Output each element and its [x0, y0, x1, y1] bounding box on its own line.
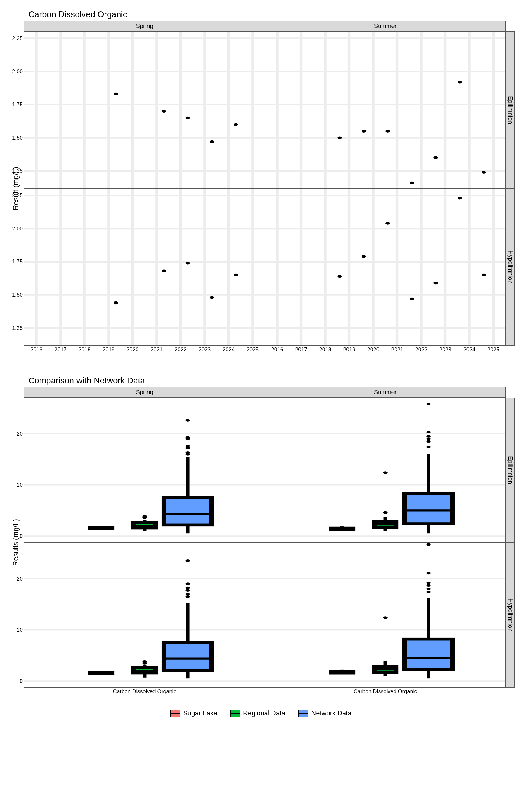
svg-point-90: [383, 511, 387, 514]
data-point: [385, 222, 390, 224]
scatter-panel: 2016201720182019202020212022202320242025: [265, 188, 506, 346]
col-strip: Spring: [24, 21, 265, 32]
svg-point-116: [185, 593, 190, 595]
boxplot-panel: [265, 398, 506, 543]
svg-point-70: [142, 515, 146, 517]
svg-point-139: [426, 543, 430, 546]
svg-point-137: [426, 582, 430, 584]
scatter-title: Carbon Dissolved Organic: [28, 10, 515, 19]
svg-point-95: [426, 446, 430, 448]
data-point: [234, 274, 238, 277]
data-point: [185, 117, 190, 119]
data-point: [209, 140, 214, 143]
legend-swatch: [299, 710, 308, 717]
row-strip: Hypolimnion: [506, 188, 515, 346]
legend-item: Regional Data: [230, 709, 285, 717]
legend-swatch: [230, 710, 240, 717]
data-point: [409, 298, 414, 300]
col-strip: Spring: [24, 387, 265, 398]
legend-swatch: [170, 710, 180, 717]
boxplot-panel: 01020: [24, 398, 265, 543]
svg-point-111: [142, 661, 146, 663]
data-point: [409, 182, 414, 184]
data-point: [114, 93, 118, 96]
svg-point-138: [426, 572, 430, 574]
svg-point-119: [185, 583, 190, 585]
svg-point-98: [426, 435, 430, 438]
legend-item: Network Data: [299, 709, 351, 717]
box: [405, 493, 452, 524]
svg-point-136: [426, 584, 430, 587]
svg-point-117: [185, 589, 190, 592]
svg-point-75: [185, 451, 190, 454]
row-strip: Epilimnion: [506, 32, 515, 188]
svg-point-97: [426, 438, 430, 440]
data-point: [458, 197, 462, 199]
data-point: [362, 130, 366, 133]
svg-point-135: [426, 588, 430, 590]
scatter-panel: 1.251.501.752.002.2520162017201820192020…: [24, 188, 265, 346]
data-point: [337, 137, 342, 139]
data-point: [185, 262, 190, 264]
data-point: [362, 255, 366, 258]
svg-point-130: [383, 616, 387, 619]
svg-point-96: [426, 440, 430, 443]
box: [405, 639, 452, 669]
svg-point-80: [185, 419, 190, 422]
row-strip: Hypolimnion: [506, 543, 515, 688]
data-point: [209, 296, 214, 299]
boxplot-panel: 01020Carbon Dissolved Organic: [24, 543, 265, 688]
svg-point-91: [383, 471, 387, 474]
boxplot-facet-grid: Results (mg/L)SpringSummerEpilimnionHypo…: [7, 387, 515, 701]
legend: Sugar LakeRegional DataNetwork Data: [7, 709, 515, 717]
scatter-panel: [265, 32, 506, 188]
data-point: [385, 130, 390, 133]
col-strip: Summer: [265, 21, 506, 32]
data-point: [482, 171, 486, 174]
svg-point-120: [185, 560, 190, 562]
svg-point-99: [426, 431, 430, 433]
svg-point-79: [185, 436, 190, 439]
data-point: [337, 275, 342, 278]
box: [164, 643, 212, 671]
legend-item: Sugar Lake: [170, 709, 217, 717]
data-point: [434, 156, 438, 159]
data-point: [162, 110, 166, 113]
svg-point-115: [185, 595, 190, 598]
scatter-facet-grid: Result (mg/L)SpringSummerEpilimnionHypol…: [7, 21, 515, 359]
col-strip: Summer: [265, 387, 506, 398]
row-strip: Epilimnion: [506, 398, 515, 543]
boxplot-panel: Carbon Dissolved Organic: [265, 543, 506, 688]
scatter-panel: 1.251.501.752.002.25: [24, 32, 265, 188]
svg-point-134: [426, 591, 430, 593]
data-point: [114, 302, 118, 304]
data-point: [482, 274, 486, 277]
data-point: [458, 81, 462, 83]
data-point: [434, 282, 438, 284]
data-point: [162, 270, 166, 272]
boxplot-title: Comparison with Network Data: [28, 376, 515, 385]
svg-point-100: [426, 403, 430, 405]
svg-point-118: [185, 587, 190, 589]
box: [164, 498, 212, 525]
data-point: [234, 123, 238, 126]
svg-point-77: [185, 445, 190, 447]
